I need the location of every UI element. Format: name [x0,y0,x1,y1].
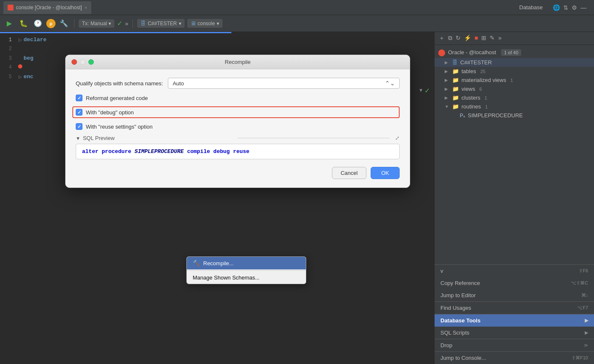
cancel-button[interactable]: Cancel [332,167,366,179]
sql-preview-header: ▼ SQL Preview ⤢ [76,135,400,141]
sql-alter-kw: alter [82,148,102,155]
traffic-light-yellow[interactable] [80,59,85,65]
sql-reuse-kw: reuse [233,148,249,155]
checkbox-reformat: ✓ Reformat generated code [76,95,400,101]
qualify-value: Auto [172,80,184,87]
recompile-dialog: Recompile Qualify objects with schema na… [65,55,410,188]
sql-preview-label: SQL Preview [83,135,235,141]
sql-preview-expand-icon[interactable]: ⤢ [395,135,400,141]
sql-debug-kw: debug [213,148,233,155]
sql-compile-kw: compile [187,148,213,155]
checkbox-debug-cb[interactable]: ✓ [76,109,82,116]
qualify-select-arrow: ⌃⌄ [385,80,395,87]
sql-preview-sep [237,138,389,138]
sql-code-box: alter procedure SIMPLEPROCEDURE compile … [76,144,400,159]
checkbox-reformat-cb[interactable]: ✓ [76,95,82,101]
sql-procedure-kw: procedure [102,148,135,155]
qualify-row: Qualify objects with schema names: Auto … [76,78,400,89]
qualify-label: Qualify objects with schema names: [76,80,163,87]
dialog-buttons: Cancel OK [76,167,400,179]
sql-proc-name: SIMPLEPROCEDURE [135,148,187,155]
traffic-lights [72,59,94,65]
dialog-overlay: Recompile Qualify objects with schema na… [0,0,594,364]
checkbox-debug-label: With "debug" option [86,109,134,116]
ok-button[interactable]: OK [371,167,400,179]
traffic-light-green[interactable] [88,59,94,65]
checkbox-debug: ✓ With "debug" option [72,106,400,118]
checkbox-reuse-check: ✓ [77,124,81,129]
sql-preview-toggle[interactable]: ▼ [76,136,80,141]
ide-container: console [Oracle - @localhost] × Database… [0,0,594,364]
traffic-light-red[interactable] [72,59,77,65]
dialog-body: Qualify objects with schema names: Auto … [66,69,410,187]
checkbox-reuse-label: With "reuse settings" option [86,124,153,130]
checkbox-reformat-check: ✓ [77,95,81,101]
dialog-title: Recompile [225,59,250,65]
checkbox-reuse: ✓ With "reuse settings" option [76,123,400,130]
checkbox-debug-check: ✓ [77,110,81,115]
checkbox-reuse-cb[interactable]: ✓ [76,123,82,130]
checkbox-reformat-label: Reformat generated code [86,95,148,101]
dialog-titlebar: Recompile [66,55,410,69]
sql-preview-section: ▼ SQL Preview ⤢ alter procedure SIMPLEPR… [76,135,400,159]
qualify-select[interactable]: Auto ⌃⌄ [168,78,400,89]
